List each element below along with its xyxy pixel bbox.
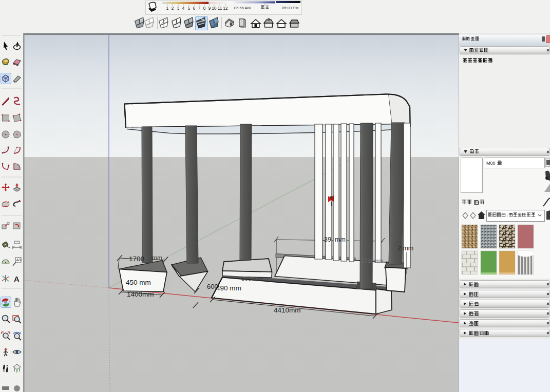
svg-text:M00: M00 [486, 161, 496, 166]
